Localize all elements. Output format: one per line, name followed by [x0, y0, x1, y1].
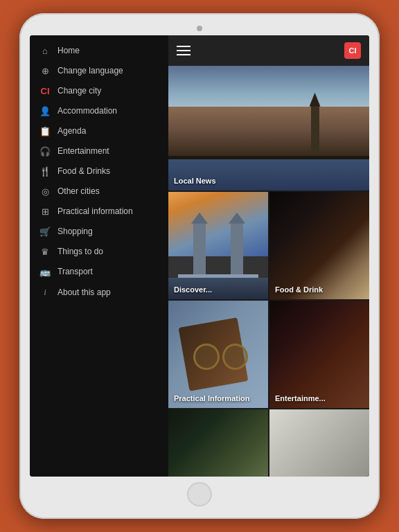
sidebar-item-label: Food & Drinks — [57, 166, 110, 176]
passport-bg — [168, 301, 268, 408]
sidebar-item-label: Home — [57, 46, 80, 55]
sidebar-item-things-to-do[interactable]: ♛ Things to do — [30, 242, 168, 262]
sidebar-item-change-language[interactable]: ⊕ Change language — [30, 61, 168, 81]
cart-icon: 🛒 — [38, 227, 52, 237]
sidebar-item-label: Things to do — [57, 247, 103, 256]
buildings-layer — [168, 107, 369, 163]
sidebar-item-practical-info[interactable]: ⊞ Practical information — [30, 202, 168, 222]
tablet-camera — [197, 26, 202, 31]
agenda-icon: 📋 — [38, 126, 52, 136]
tower-left-layer — [193, 221, 206, 280]
practical-info-label: Practical Information — [174, 394, 249, 402]
grid-item-food-drink[interactable]: Food & Drink — [269, 192, 369, 299]
sidebar-item-transport[interactable]: 🚌 Transport — [30, 262, 168, 282]
sky-layer — [168, 192, 268, 256]
sidebar-item-label: Accommodation — [57, 106, 117, 116]
content-grid: Local News Discover... Foo — [168, 66, 369, 477]
top-bar: CI — [168, 35, 369, 66]
hamburger-menu[interactable] — [177, 46, 190, 55]
home-icon: ⌂ — [38, 46, 52, 56]
sidebar: ⌂ Home ⊕ Change language CI Change city … — [30, 35, 168, 477]
food-drink-label: Food & Drink — [275, 285, 323, 294]
headphones-icon: 🎧 — [38, 146, 52, 157]
sidebar-item-label: Practical information — [57, 206, 133, 216]
sidebar-item-label: Change city — [57, 86, 101, 96]
ci-badge[interactable]: CI — [344, 42, 361, 59]
sidebar-item-label: Entertainment — [57, 146, 109, 156]
local-news-label: Local News — [174, 177, 216, 185]
info-icon: i — [38, 287, 52, 298]
sidebar-item-accommodation[interactable]: 👤 Accommodation — [30, 101, 168, 121]
sidebar-item-shopping[interactable]: 🛒 Shopping — [30, 222, 168, 242]
bus-icon: 🚌 — [38, 267, 52, 277]
person-icon: 👤 — [38, 106, 52, 116]
ci-icon: CI — [38, 86, 52, 96]
tower-right-layer — [231, 221, 243, 280]
tower-bridge-bg — [168, 192, 268, 299]
sidebar-item-home[interactable]: ⌂ Home — [30, 41, 168, 61]
grid-item-sports[interactable]: Sports — [168, 409, 268, 477]
sidebar-item-label: About this app — [57, 287, 111, 297]
sidebar-item-change-city[interactable]: CI Change city — [30, 81, 168, 101]
sidebar-item-food-drinks[interactable]: 🍴 Food & Drinks — [30, 161, 168, 181]
grid-item-discover[interactable]: Discover... — [168, 192, 268, 299]
home-button[interactable] — [187, 482, 212, 506]
sidebar-item-label: Other cities — [57, 186, 100, 196]
sidebar-item-label: Change language — [57, 66, 123, 76]
grid-item-accommodation[interactable]: Accommodation — [269, 409, 369, 477]
tower-layer — [311, 103, 319, 153]
main-content: CI Local News — [168, 35, 369, 477]
tablet-frame: ⌂ Home ⊕ Change language CI Change city … — [19, 13, 380, 519]
tablet-screen: ⌂ Home ⊕ Change language CI Change city … — [30, 35, 369, 477]
pin-icon: ◎ — [38, 186, 52, 197]
grid-item-local-news[interactable]: Local News — [168, 66, 369, 190]
grid-item-entertainment[interactable]: Entertainme... — [269, 301, 369, 408]
sidebar-item-label: Shopping — [57, 227, 93, 236]
sidebar-item-label: Transport — [57, 267, 93, 276]
parliament-bg — [168, 66, 369, 190]
grid-item-practical-info[interactable]: Practical Information — [168, 301, 268, 408]
food-icon: 🍴 — [38, 166, 52, 177]
glasses-object — [193, 344, 248, 376]
water-layer — [168, 159, 369, 190]
sidebar-item-about[interactable]: i About this app — [30, 282, 168, 303]
practical-icon: ⊞ — [38, 206, 52, 217]
entertainment-label: Entertainme... — [275, 394, 326, 402]
globe-icon: ⊕ — [38, 66, 52, 76]
trophy-icon: ♛ — [38, 247, 52, 257]
sidebar-item-agenda[interactable]: 📋 Agenda — [30, 121, 168, 141]
discover-label: Discover... — [174, 285, 212, 294]
sidebar-item-label: Agenda — [57, 126, 86, 136]
sidebar-item-entertainment[interactable]: 🎧 Entertainment — [30, 141, 168, 161]
sidebar-item-other-cities[interactable]: ◎ Other cities — [30, 181, 168, 202]
